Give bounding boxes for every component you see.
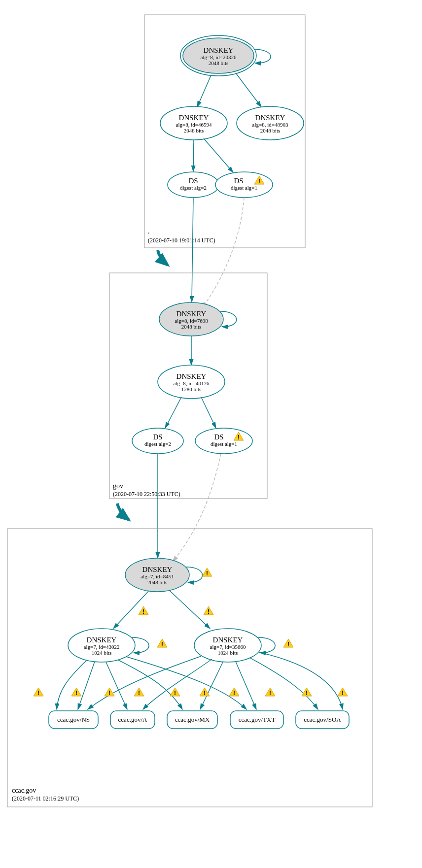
edge-govds2-ccacksk (173, 454, 221, 562)
svg-text:!: ! (287, 641, 289, 648)
svg-text:DNSKEY: DNSKEY (87, 636, 117, 644)
warning-icon: ! (229, 688, 239, 697)
zone-ccac-ts: (2020-07-11 02:16:29 UTC) (12, 795, 79, 802)
svg-text:alg=7, id=35660: alg=7, id=35660 (210, 644, 246, 650)
svg-text:digest alg=1: digest alg=1 (231, 185, 257, 191)
svg-text:DNSKEY: DNSKEY (204, 46, 234, 54)
svg-text:ccac.gov/SOA: ccac.gov/SOA (304, 716, 341, 723)
svg-text:digest alg=1: digest alg=1 (211, 441, 237, 447)
zone-root-name: . (148, 228, 150, 235)
svg-text:!: ! (238, 434, 240, 441)
svg-text:!: ! (174, 690, 176, 697)
rr-soa: ccac.gov/SOA (296, 711, 349, 729)
edge-rootzsk1-ds1 (193, 140, 194, 171)
warning-icon: ! (302, 688, 312, 697)
svg-text:digest alg=2: digest alg=2 (144, 441, 171, 447)
svg-text:!: ! (233, 690, 235, 697)
edge-rootds2-govksk (202, 198, 244, 308)
warning-icon: ! (338, 688, 348, 697)
node-root-zsk2: DNSKEY alg=8, id=48903 2048 bits (237, 106, 304, 140)
svg-text:!: ! (269, 690, 271, 697)
svg-text:alg=8, id=20326: alg=8, id=20326 (201, 54, 237, 60)
svg-text:alg=8, id=46594: alg=8, id=46594 (176, 122, 212, 128)
edge-govzsk-ds1 (165, 397, 181, 428)
warning-icon: ! (202, 568, 212, 577)
svg-text:alg=8, id=7698: alg=8, id=7698 (175, 318, 208, 324)
edge-rootds1-govksk (192, 198, 193, 302)
e-z2-ns (88, 656, 201, 709)
svg-text:!: ! (306, 690, 308, 697)
svg-text:!: ! (342, 690, 344, 697)
rr-mx: ccac.gov/MX (167, 711, 217, 729)
svg-text:ccac.gov/TXT: ccac.gov/TXT (239, 716, 276, 723)
svg-text:!: ! (206, 570, 208, 577)
svg-text:DNSKEY: DNSKEY (213, 636, 243, 644)
e-z1-ns2 (78, 662, 95, 709)
node-ccac-ksk: DNSKEY alg=7, id=8451 2048 bits (125, 558, 189, 592)
edge-rootksk-zsk2 (236, 73, 261, 107)
warning-icon: ! (265, 688, 275, 697)
edge-zone-gov-ccac (117, 503, 129, 520)
warning-icon: ! (204, 606, 213, 615)
svg-text:ccac.gov/A: ccac.gov/A (118, 716, 147, 723)
e-z2-soa2 (259, 652, 343, 709)
svg-text:DS: DS (153, 433, 162, 441)
svg-text:!: ! (258, 178, 260, 185)
node-gov-ds1: DS digest alg=2 (132, 428, 183, 454)
svg-text:alg=8, id=48903: alg=8, id=48903 (252, 122, 288, 128)
svg-text:ccac.gov/MX: ccac.gov/MX (175, 716, 210, 723)
edge-govzsk-ds2 (201, 397, 216, 428)
e-z1-mx (118, 660, 182, 709)
edge-ccacksk-zsk2 (169, 590, 210, 629)
zone-root-ts: (2020-07-10 19:01:14 UTC) (148, 237, 215, 244)
node-ccac-zsk2: DNSKEY alg=7, id=35660 1024 bits (194, 629, 261, 662)
warning-icon: ! (105, 688, 114, 697)
svg-text:DNSKEY: DNSKEY (142, 566, 173, 573)
svg-text:DNSKEY: DNSKEY (176, 372, 207, 380)
e-z1-ns (57, 660, 87, 709)
edge-rootksk-zsk1 (197, 75, 211, 107)
svg-text:DS: DS (188, 177, 198, 185)
svg-text:!: ! (161, 641, 163, 648)
svg-text:alg=8, id=40176: alg=8, id=40176 (174, 380, 210, 386)
rr-txt: ccac.gov/TXT (230, 711, 283, 729)
node-gov-ksk: DNSKEY alg=8, id=7698 2048 bits (159, 302, 223, 336)
zone-gov-ts: (2020-07-10 22:50:33 UTC) (113, 491, 180, 498)
svg-text:!: ! (138, 690, 140, 697)
rr-a: ccac.gov/A (110, 711, 155, 729)
warning-icon: ! (170, 688, 180, 697)
svg-text:2048 bits: 2048 bits (184, 128, 204, 134)
svg-text:DNSKEY: DNSKEY (255, 114, 285, 122)
warning-icon: ! (157, 639, 167, 648)
svg-text:DS: DS (234, 177, 243, 185)
node-gov-zsk: DNSKEY alg=8, id=40176 1280 bits (158, 365, 225, 399)
e-z2-soa (250, 658, 318, 709)
svg-text:ccac.gov/NS: ccac.gov/NS (57, 716, 90, 723)
svg-text:!: ! (204, 690, 206, 697)
svg-text:2048 bits: 2048 bits (147, 579, 168, 585)
warning-icon: ! (134, 688, 144, 697)
svg-text:DNSKEY: DNSKEY (176, 310, 207, 318)
edge-zone-root-gov (158, 250, 168, 265)
svg-text:!: ! (108, 690, 110, 697)
e-z2-txt (236, 662, 256, 709)
svg-text:1280 bits: 1280 bits (181, 386, 202, 392)
svg-text:1024 bits: 1024 bits (218, 650, 238, 656)
svg-text:alg=7, id=8451: alg=7, id=8451 (141, 573, 174, 579)
e-z2-mx (200, 662, 223, 709)
svg-text:digest alg=2: digest alg=2 (180, 185, 207, 191)
node-root-ds1: DS digest alg=2 (168, 172, 219, 198)
warning-icon: ! (139, 606, 148, 615)
svg-text:2048 bits: 2048 bits (209, 60, 229, 66)
svg-text:!: ! (208, 608, 210, 615)
svg-text:DS: DS (214, 433, 223, 441)
e-z1-txt (126, 657, 246, 709)
e-z1-a (106, 662, 127, 709)
node-root-ds2: DS digest alg=1 ! (215, 172, 273, 198)
warning-icon: ! (283, 639, 293, 648)
zone-gov-name: gov (113, 482, 123, 490)
svg-text:!: ! (75, 690, 77, 697)
svg-text:alg=7, id=43022: alg=7, id=43022 (84, 644, 120, 650)
node-gov-ds2: DS digest alg=1 ! (195, 428, 252, 454)
svg-text:1024 bits: 1024 bits (92, 650, 112, 656)
